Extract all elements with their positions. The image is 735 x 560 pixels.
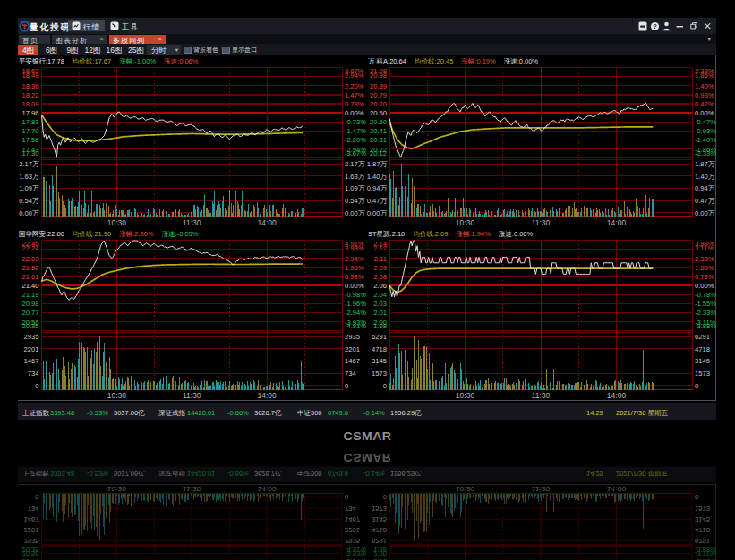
svg-text:1.40万: 1.40万 (367, 173, 387, 181)
svg-text:1573: 1573 (695, 505, 710, 511)
svg-text:14:00: 14:00 (257, 391, 277, 400)
svg-text:2.08: 2.08 (373, 273, 387, 281)
svg-text:2.01: 2.01 (373, 309, 387, 317)
svg-text:1.63万: 1.63万 (19, 173, 39, 181)
svg-text:18.22: 18.22 (21, 91, 38, 99)
svg-text:21.61: 21.61 (21, 273, 38, 281)
svg-text:17.83: 17.83 (21, 118, 38, 126)
svg-text:4718: 4718 (372, 526, 387, 532)
svg-text:-0.78%: -0.78% (695, 291, 716, 299)
svg-text:0.93%: 0.93% (695, 91, 714, 99)
svg-text:0.00%: 0.00% (695, 109, 714, 117)
svg-text:1.40%: 1.40% (695, 82, 714, 90)
svg-text:2.03: 2.03 (373, 300, 387, 308)
svg-text:20.98: 20.98 (21, 300, 38, 308)
svg-text:0.73%: 0.73% (345, 100, 364, 108)
svg-text:2.94%: 2.94% (345, 72, 364, 80)
svg-text:20.35: 20.35 (22, 546, 39, 552)
svg-text:-2.94%: -2.94% (345, 309, 366, 317)
svg-text:10:30: 10:30 (456, 391, 475, 400)
svg-text:2935: 2935 (24, 333, 39, 341)
svg-text:0: 0 (695, 494, 698, 500)
svg-text:10:30: 10:30 (107, 391, 127, 400)
svg-text:20.77: 20.77 (21, 309, 38, 317)
svg-text:0.47%: 0.47% (695, 100, 714, 108)
svg-text:1.40万: 1.40万 (695, 173, 715, 181)
svg-text:0: 0 (345, 494, 348, 500)
svg-text:6291: 6291 (695, 333, 710, 341)
svg-text:20.79: 20.79 (370, 91, 387, 99)
svg-text:0.00万: 0.00万 (695, 209, 715, 217)
svg-text:2.94%: 2.94% (345, 255, 364, 263)
svg-text:2935: 2935 (345, 333, 360, 341)
svg-text:1.87万: 1.87万 (695, 160, 715, 168)
svg-text:4718: 4718 (695, 345, 710, 353)
svg-text:0.54万: 0.54万 (345, 197, 365, 205)
svg-text:4718: 4718 (372, 345, 387, 353)
svg-text:0.94万: 0.94万 (695, 184, 715, 192)
svg-text:14:00: 14:00 (257, 485, 277, 492)
svg-text:2201: 2201 (345, 526, 360, 532)
svg-text:11:30: 11:30 (532, 485, 551, 492)
svg-text:2201: 2201 (345, 345, 360, 353)
svg-text:1.55%: 1.55% (695, 264, 714, 272)
svg-text:10:30: 10:30 (456, 218, 475, 227)
svg-text:14:00: 14:00 (257, 218, 277, 227)
svg-text:0.00%: 0.00% (345, 282, 364, 290)
svg-text:20.31: 20.31 (370, 136, 387, 144)
svg-text:10:30: 10:30 (107, 218, 127, 227)
svg-text:-0.47%: -0.47% (695, 118, 716, 126)
svg-text:3145: 3145 (695, 357, 710, 365)
svg-text:11:30: 11:30 (183, 391, 201, 400)
svg-text:6291: 6291 (372, 333, 387, 341)
svg-text:734: 734 (28, 505, 39, 511)
svg-text:734: 734 (28, 369, 39, 378)
svg-text:0.00万: 0.00万 (19, 209, 39, 217)
svg-text:-1.55%: -1.55% (695, 300, 716, 308)
svg-text:14:00: 14:00 (607, 218, 627, 227)
svg-text:1.96%: 1.96% (345, 264, 364, 272)
svg-text:22.03: 22.03 (21, 255, 38, 263)
svg-text:2.11: 2.11 (374, 255, 387, 263)
svg-text:-3.88%: -3.88% (695, 322, 716, 330)
svg-text:0: 0 (383, 382, 387, 390)
svg-text:2.12: 2.12 (373, 244, 387, 252)
svg-text:2935: 2935 (24, 537, 39, 543)
svg-text:-4.91%: -4.91% (345, 322, 366, 330)
svg-text:3145: 3145 (372, 515, 387, 522)
svg-text:1.87万: 1.87万 (367, 160, 387, 168)
svg-text:21.82: 21.82 (21, 264, 38, 272)
svg-text:20.70: 20.70 (370, 100, 387, 108)
svg-text:0.00万: 0.00万 (367, 209, 387, 217)
svg-text:4718: 4718 (695, 526, 710, 532)
svg-text:-1.96%: -1.96% (345, 300, 366, 308)
svg-text:1467: 1467 (24, 357, 39, 365)
svg-text:20.50: 20.50 (370, 118, 387, 126)
svg-text:2.20%: 2.20% (345, 82, 364, 90)
svg-text:3.11%: 3.11% (695, 244, 714, 252)
svg-text:1467: 1467 (345, 357, 360, 365)
svg-text:6291: 6291 (372, 537, 387, 543)
svg-text:0.54万: 0.54万 (19, 197, 39, 205)
svg-text:-2.33%: -2.33% (695, 309, 716, 317)
svg-text:11:30: 11:30 (183, 485, 201, 492)
svg-text:0.47万: 0.47万 (367, 197, 387, 205)
svg-text:0.94万: 0.94万 (367, 184, 387, 192)
svg-text:21.19: 21.19 (21, 291, 38, 299)
svg-text:2.06: 2.06 (373, 282, 387, 290)
svg-text:18.36: 18.36 (21, 82, 38, 90)
svg-text:-1.40%: -1.40% (695, 136, 716, 144)
svg-text:17.30: 17.30 (21, 149, 38, 157)
svg-text:14:00: 14:00 (607, 485, 627, 492)
svg-text:6291: 6291 (695, 537, 710, 543)
svg-text:2201: 2201 (24, 345, 39, 353)
svg-text:11:30: 11:30 (532, 391, 551, 400)
svg-text:22.24: 22.24 (21, 244, 38, 252)
svg-text:?: ? (653, 22, 657, 30)
svg-text:20.41: 20.41 (370, 127, 387, 135)
svg-text:11:30: 11:30 (532, 218, 551, 227)
svg-text:2.33%: 2.33% (695, 255, 714, 263)
svg-text:-2.33%: -2.33% (695, 149, 716, 157)
svg-text:0.00%: 0.00% (695, 282, 714, 290)
svg-text:1467: 1467 (24, 515, 39, 522)
